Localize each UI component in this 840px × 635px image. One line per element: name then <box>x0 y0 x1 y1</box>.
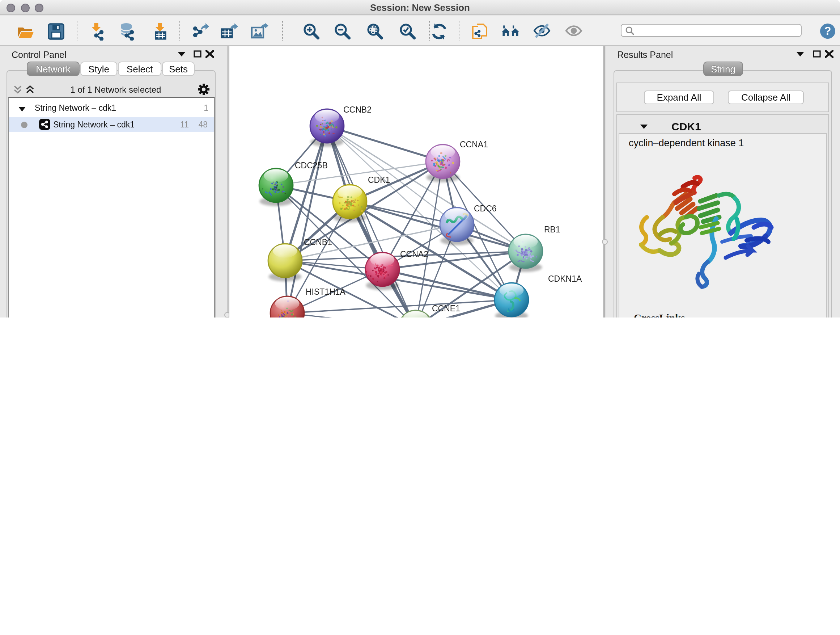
svg-text:CCNB2: CCNB2 <box>343 105 371 114</box>
svg-text:?: ? <box>824 25 831 37</box>
svg-text:HIST1H1A: HIST1H1A <box>306 287 346 296</box>
svg-text:RB1: RB1 <box>544 225 561 234</box>
svg-text:CDC25B: CDC25B <box>295 161 328 170</box>
svg-text:CCNA2: CCNA2 <box>400 249 428 259</box>
svg-text:CDC6: CDC6 <box>474 204 497 213</box>
svg-text:CDKN1A: CDKN1A <box>548 274 582 283</box>
svg-text:CCNB1: CCNB1 <box>304 238 332 247</box>
svg-text:CDK1: CDK1 <box>368 175 390 185</box>
svg-text:CCNE1: CCNE1 <box>432 304 460 313</box>
svg-text:CCNA1: CCNA1 <box>460 140 488 149</box>
